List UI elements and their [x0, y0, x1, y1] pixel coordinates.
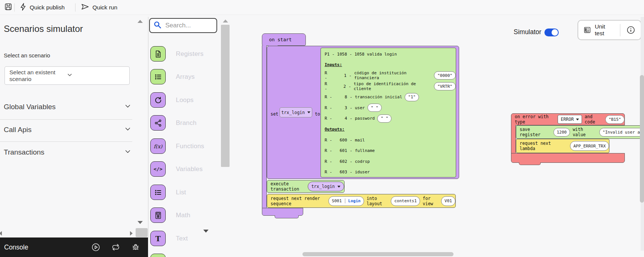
workspace-hscrollbar-thumb[interactable]: [302, 252, 454, 256]
simulator-toggle[interactable]: [544, 29, 559, 36]
search-input[interactable]: [165, 22, 207, 29]
flyout-scrollbar-thumb[interactable]: [221, 25, 230, 167]
block-on-start[interactable]: on start: [262, 33, 306, 46]
quick-run-button[interactable]: Quick run: [81, 0, 117, 15]
transaction-dropdown[interactable]: trx_login: [308, 182, 344, 191]
scenario-select[interactable]: Select an existent scenario: [5, 66, 130, 85]
input-row: R -2-tipo de identificación de cliente "…: [321, 81, 456, 92]
chevron-down-icon: [67, 72, 124, 79]
quick-run-label: Quick run: [92, 4, 117, 11]
output-row: R -600-mail: [321, 135, 456, 146]
block-label: with value: [573, 127, 597, 137]
console-debug-bug-button[interactable]: [132, 243, 140, 251]
category-partial-tile[interactable]: [150, 254, 166, 257]
section-divider: [0, 119, 132, 120]
block-save-register[interactable]: save register 1200 with value "Invalid u…: [516, 125, 644, 139]
variable-dropdown[interactable]: trx_login: [280, 107, 312, 117]
block-label: and code: [585, 114, 603, 125]
category-list[interactable]: List: [150, 185, 186, 200]
input-value-pill[interactable]: "1": [405, 93, 419, 101]
outputs-header: Outputs:: [321, 124, 456, 135]
flyout-scroll-up-arrow[interactable]: [223, 20, 228, 23]
block-on-error[interactable]: on error with type ERROR and code "B15": [511, 113, 625, 125]
block-request-lambda[interactable]: request next lambda APP_ERROR_TRX: [516, 139, 609, 153]
input-value-pill[interactable]: " ": [367, 104, 382, 112]
layout-pill[interactable]: contents1: [391, 196, 420, 206]
block-connector-tab: [519, 162, 541, 165]
gutter-scroll-up-arrow[interactable]: [138, 20, 143, 23]
category-arrays[interactable]: Arrays: [150, 69, 195, 84]
block-label: save register: [520, 127, 551, 137]
block-transaction-definition[interactable]: P1 - 1058 - 1058 valida login Inputs: R …: [320, 48, 456, 177]
input-value-pill[interactable]: "0000": [434, 71, 456, 80]
list-icon: [150, 69, 166, 84]
accordion-call-apis[interactable]: Call Apis: [4, 125, 132, 134]
quick-publish-button[interactable]: Quick publish: [20, 0, 65, 15]
save-button[interactable]: [5, 0, 12, 15]
document-icon: [150, 46, 166, 62]
on-error-bottom: [511, 153, 625, 163]
flyout-scroll-down-arrow[interactable]: [203, 230, 209, 233]
accordion-global-variables[interactable]: Global Variables: [4, 102, 132, 111]
scenario-select-value: Select an existent scenario: [9, 69, 67, 83]
loop-icon: [150, 92, 166, 108]
register-pill[interactable]: 1200: [553, 128, 570, 137]
sidebar-scroll-left-arrow[interactable]: [0, 231, 2, 236]
error-code-pill[interactable]: "B15": [605, 115, 624, 124]
category-variables[interactable]: </> Variables: [150, 161, 203, 177]
unit-test-button[interactable]: Unit test: [595, 23, 613, 37]
category-functions[interactable]: f(x) Functions: [150, 138, 204, 154]
chevron-down-icon: [124, 103, 132, 111]
card-divider: [620, 24, 620, 36]
error-type-dropdown[interactable]: ERROR: [558, 115, 582, 124]
category-math[interactable]: Math: [150, 207, 190, 223]
inputs-header: Inputs:: [321, 60, 456, 71]
console-panel[interactable]: Console: [0, 237, 148, 257]
register-value-pill[interactable]: "Invalid user an: [599, 128, 644, 137]
gutter-scroll-down-arrow[interactable]: [138, 221, 143, 224]
transaction-dropdown-value: trx_login: [311, 184, 335, 189]
text-icon: T: [150, 231, 166, 246]
view-pill[interactable]: V01: [441, 196, 455, 206]
category-loops[interactable]: Loops: [150, 92, 194, 108]
dropdown-caret-icon: [337, 186, 340, 188]
on-start-bottom: [262, 208, 303, 216]
block-execute-transaction[interactable]: execute transaction trx_login: [267, 180, 345, 193]
checklist-icon: [584, 26, 591, 34]
error-type-value: ERROR: [561, 117, 574, 122]
function-icon: f(x): [150, 138, 166, 154]
output-row: R -601-fullname: [321, 145, 456, 156]
console-loop-button[interactable]: [111, 243, 120, 251]
category-branch[interactable]: Branch: [150, 115, 197, 131]
save-icon: [5, 3, 12, 12]
accordion-transactions[interactable]: Transactions: [4, 148, 132, 157]
dropdown-caret-icon: [576, 119, 579, 120]
console-run-button[interactable]: [92, 243, 100, 251]
accordion-label: Transactions: [4, 148, 124, 156]
block-label: on error with type: [515, 114, 555, 125]
section-divider: [0, 141, 132, 142]
transaction-title: P1 - 1058 - 1058 valida login: [321, 49, 456, 60]
input-row: R -3-user " ": [321, 102, 456, 113]
page-title: Scenarios simulator: [4, 24, 83, 34]
input-value-pill[interactable]: "VRTR": [434, 82, 456, 90]
category-text[interactable]: T Text: [150, 231, 188, 246]
block-label: for view: [423, 196, 438, 206]
category-registers[interactable]: Registers: [150, 46, 204, 62]
block-request-render[interactable]: request next render sequence S001 Login …: [267, 194, 456, 208]
toolbar-divider: [75, 3, 76, 12]
input-value-pill[interactable]: " ": [377, 114, 392, 123]
quick-publish-label: Quick publish: [30, 4, 65, 11]
category-label: Registers: [176, 50, 204, 58]
page-scrollbar-thumb[interactable]: [640, 75, 644, 203]
gutter-scrollbar-thumb[interactable]: [136, 228, 148, 237]
block-search-box[interactable]: [149, 18, 217, 33]
sidebar-scroll-right-arrow[interactable]: [130, 231, 133, 236]
branch-icon: [150, 115, 166, 131]
category-label: List: [176, 189, 186, 196]
lambda-pill[interactable]: APP_ERROR_TRX: [570, 141, 609, 151]
send-run-icon: [81, 3, 89, 12]
sequence-pill[interactable]: S001 Login: [328, 196, 364, 206]
info-icon[interactable]: [626, 26, 635, 35]
accordion-label: Call Apis: [4, 126, 124, 134]
